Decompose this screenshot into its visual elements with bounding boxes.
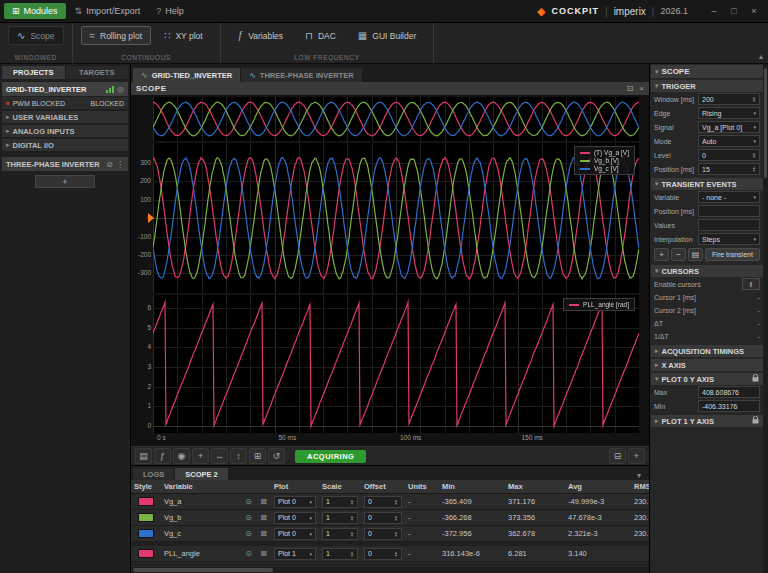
plot-select[interactable]: Plot 0▾ [274,512,316,524]
scale-stepper[interactable]: 1▲▼ [322,496,358,508]
sidebar-item-digital-io[interactable]: ▸ DIGITAL I/O [2,139,128,151]
pan-icon[interactable]: + [192,448,209,464]
add-transient-button[interactable]: + [654,248,669,261]
xy-plot-button[interactable]: ∷ XY plot [155,26,212,45]
trigger-window-input[interactable]: 200▲▼ [698,93,760,105]
trigger-position-input[interactable]: 15▲▼ [698,163,760,175]
visibility-eye-icon[interactable]: ⊙ [241,513,256,522]
scale-stepper[interactable]: 1▲▼ [322,512,358,524]
ribbon-collapse-icon[interactable]: ▴ [759,52,763,61]
plot1-canvas[interactable] [153,295,639,433]
scope-button[interactable]: ∿ Scope [8,26,64,45]
zoom-horizontal-icon[interactable]: ↔ [211,448,228,464]
remove-signal-icon[interactable]: ⊠ [256,529,271,538]
transient-list-button[interactable]: ▤ [688,248,703,261]
save-icon[interactable]: ▤ [135,448,152,464]
visibility-eye-icon[interactable]: ⊙ [241,549,256,558]
acquisition-timings-section-header[interactable]: ▸ ACQUISITION TIMINGS [651,345,763,357]
overview-strip-canvas[interactable] [153,97,639,141]
x-axis-section-header[interactable]: ▸ X AXIS [651,359,763,371]
rolling-plot-button[interactable]: ≈ Rolling plot [81,26,152,45]
style-swatch[interactable] [138,497,154,506]
visibility-eye-icon[interactable]: ⊙ [241,529,256,538]
trigger-section-header[interactable]: ▾ TRIGGER [651,80,763,92]
scale-stepper[interactable]: 1▲▼ [322,528,358,540]
tab-logs[interactable]: LOGS [133,468,174,480]
kebab-menu-icon[interactable]: ⋮ [116,160,124,169]
modules-menu-button[interactable]: ⊞ Modules [4,3,66,19]
tab-scope2[interactable]: SCOPE 2 [175,468,228,480]
offset-stepper[interactable]: 0▲▼ [364,528,402,540]
tab-targets[interactable]: TARGETS [66,66,129,79]
maximize-button[interactable]: □ [724,2,744,20]
trigger-signal-select[interactable]: Vg_a [Plot 0]▾ [698,121,760,133]
scrollbar-thumb[interactable] [133,568,273,572]
gui-builder-button[interactable]: ▦ GUI Builder [349,26,425,45]
remove-signal-icon[interactable]: ⊠ [256,549,271,558]
import-export-menu[interactable]: ⇅ Import/Export [68,3,148,19]
offset-stepper[interactable]: 0▲▼ [364,512,402,524]
vertical-scrollbar[interactable] [763,64,768,573]
plot1-y-axis-section-header[interactable]: ▸ PLOT 1 Y AXIS [651,415,763,427]
trigger-mode-select[interactable]: Auto▾ [698,135,760,147]
plot0-min-input[interactable]: -406.33176 [698,400,760,412]
enable-cursors-toggle[interactable]: ‖ [742,278,760,290]
transient-position-input[interactable] [698,205,760,217]
transient-values-input[interactable] [698,219,760,231]
float-panel-icon[interactable]: ⊡ [627,84,634,93]
remove-transient-button[interactable]: − [671,248,686,261]
add-project-button[interactable]: + [35,175,95,188]
sidebar-item-grid-tied-inverter[interactable]: GRID-TIED_INVERTER ◎ [2,82,128,96]
variables-button[interactable]: ƒ Variables [229,26,292,45]
acquiring-status-badge[interactable]: ACQUIRING [295,450,366,463]
zoom-reset-icon[interactable]: ↺ [268,448,285,464]
sidebar-item-three-phase-inverter[interactable]: THREE-PHASE INVERTER ⊘ ⋮ [2,157,128,171]
sidebar-item-analog-inputs[interactable]: ▸ ANALOG INPUTS [2,125,128,137]
remove-signal-icon[interactable]: ⊠ [256,497,271,506]
zoom-box-icon[interactable]: ⊞ [249,448,266,464]
style-swatch[interactable] [138,529,154,538]
tab-projects[interactable]: PROJECTS [2,66,65,79]
snapshot-icon[interactable]: ◉ [173,448,190,464]
plot0-canvas[interactable] [153,143,639,293]
horizontal-scrollbar[interactable] [131,567,649,573]
transient-events-section-header[interactable]: ▾ TRANSIENT EVENTS [651,178,763,190]
signal-strength-icon [106,85,114,93]
plot-layout-icon[interactable]: ⊟ [609,448,626,464]
plot-select[interactable]: Plot 1▾ [274,548,316,560]
close-panel-icon[interactable]: × [639,84,644,93]
remove-signal-icon[interactable]: ⊠ [256,513,271,522]
transient-variable-select[interactable]: - none -▾ [698,191,760,203]
add-plot-icon[interactable]: + [628,448,645,464]
zoom-vertical-icon[interactable]: ↕ [230,448,247,464]
plot-select[interactable]: Plot 0▾ [274,496,316,508]
plot0-y-axis-section-header[interactable]: ▾ PLOT 0 Y AXIS [651,373,763,385]
fire-transient-button[interactable]: Fire transient [705,248,760,261]
scale-stepper[interactable]: 1▲▼ [322,548,358,560]
minimize-button[interactable]: – [704,2,724,20]
visibility-eye-icon[interactable]: ⊙ [241,497,256,506]
style-swatch[interactable] [138,513,154,522]
trigger-edge-select[interactable]: Rising▾ [698,107,760,119]
plot-select[interactable]: Plot 0▾ [274,528,316,540]
offset-stepper[interactable]: 0▲▼ [364,496,402,508]
scrollbar-thumb[interactable] [764,68,767,178]
tab-grid-tied-inverter[interactable]: ∿ GRID-TIED_INVERTER [133,68,240,82]
close-button[interactable]: × [744,2,764,20]
dac-button[interactable]: ⊓ DAC [296,26,345,45]
lock-icon[interactable] [752,374,759,384]
tab-three-phase-inverter[interactable]: ∿ THREE-PHASE INVERTER [241,68,361,82]
sidebar-item-user-variables[interactable]: ▸ USER VARIABLES [2,111,128,123]
scope-settings-header[interactable]: ▾ SCOPE [651,65,763,78]
plot0-max-input[interactable]: 408.608676 [698,386,760,398]
cursors-section-header[interactable]: ▾ CURSORS [651,265,763,277]
help-menu[interactable]: ? Help [149,3,191,19]
interpolation-select[interactable]: Steps▾ [698,233,760,245]
trigger-level-marker[interactable] [148,213,154,223]
offset-stepper[interactable]: 0▲▼ [364,548,402,560]
collapse-panel-icon[interactable]: ▾ [631,471,647,480]
style-swatch[interactable] [138,549,154,558]
function-icon[interactable]: ƒ [154,448,171,464]
trigger-level-input[interactable]: 0▲▼ [698,149,760,161]
lock-icon[interactable] [752,416,759,426]
